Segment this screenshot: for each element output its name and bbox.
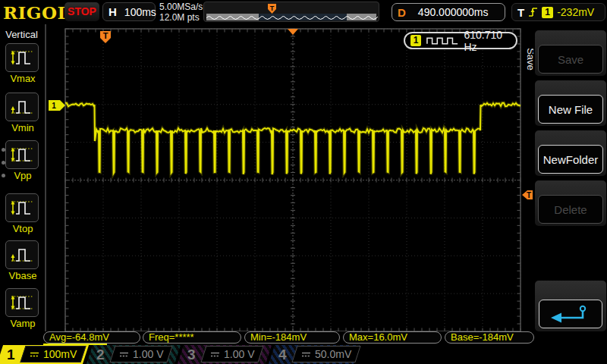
delete-button[interactable]: Delete xyxy=(538,195,603,224)
trigger-source-chip: 1 xyxy=(542,7,553,18)
channel-scale-box: 1.00 V xyxy=(200,346,264,362)
sample-rate: 5.00MSa/s xyxy=(159,2,203,12)
timebase-value: 100ms xyxy=(124,6,156,18)
softkey-container: New File xyxy=(535,80,606,126)
oscilloscope-screen: RIGOL STOP H 100ms 5.00MSa/s 12.0M pts T… xyxy=(0,0,607,364)
newfolder-button[interactable]: NewFolder xyxy=(538,145,603,174)
new-file-button[interactable]: New File xyxy=(538,95,603,124)
channel-status-bar: 1100mV21.00 V31.00 V450.0mV xyxy=(0,345,607,364)
measurement-bar: Avg=-64.8mVFreq=*****Min=-184mVMax=16.0m… xyxy=(0,331,607,345)
dc-coupling-icon xyxy=(119,351,129,358)
rigol-logo: RIGOL xyxy=(3,2,70,23)
top-status-bar: RIGOL STOP H 100ms 5.00MSa/s 12.0M pts T… xyxy=(0,0,607,24)
measurement-readout[interactable]: Freq=***** xyxy=(143,331,241,344)
vpp-icon xyxy=(5,140,39,169)
screen-center-marker xyxy=(288,29,298,35)
measurement-readout[interactable]: Base=-184mV xyxy=(445,331,534,344)
dc-coupling-icon xyxy=(301,351,311,358)
trigger-label: T xyxy=(517,6,524,19)
channel-number: 1 xyxy=(7,345,15,364)
frequency-value: 610.710 Hz xyxy=(464,29,516,53)
measurement-readout[interactable]: Min=-184mV xyxy=(244,331,340,344)
rising-edge-icon xyxy=(528,6,538,18)
dc-coupling-icon xyxy=(30,351,39,358)
preview-trigger-marker-icon: T xyxy=(268,4,276,14)
svg-text:1: 1 xyxy=(52,102,56,110)
acquisition-info: 5.00MSa/s 12.0M pts xyxy=(159,2,203,23)
svg-text:T: T xyxy=(270,5,275,12)
measure-item-vtop[interactable]: Vtop xyxy=(5,193,40,234)
measure-item-vpp[interactable]: Vpp xyxy=(5,140,40,181)
frequency-counter: 1 610.710 Hz xyxy=(404,32,517,49)
horizontal-label: H xyxy=(109,5,117,18)
return-arrow-icon xyxy=(546,303,595,325)
vmin-icon xyxy=(5,93,39,121)
measure-item-vbase[interactable]: Vbase xyxy=(5,240,40,281)
measure-item-vamp[interactable]: Vamp xyxy=(5,288,40,329)
svg-text:T: T xyxy=(527,191,531,199)
svg-text:T: T xyxy=(103,31,109,40)
memory-waveform-preview: T xyxy=(203,2,379,22)
save-menu: SaveNew FileNewFolderDelete xyxy=(533,24,607,344)
graticule-and-waveform: T1T xyxy=(43,24,533,337)
channel-number: 3 xyxy=(187,345,196,364)
freq-counter-channel-chip: 1 xyxy=(410,35,421,46)
measure-item-label: Vtop xyxy=(5,223,40,234)
measure-item-vmax[interactable]: Vmax xyxy=(5,43,40,84)
menu-page-dot xyxy=(2,174,5,177)
channel-3-badge[interactable]: 31.00 V xyxy=(181,345,269,364)
back-softkey-container xyxy=(535,281,606,331)
channel-4-badge[interactable]: 450.0mV xyxy=(272,345,357,364)
channel-scale: 100mV xyxy=(43,348,77,360)
dc-coupling-icon xyxy=(210,351,220,358)
trigger-level-value: -232mV xyxy=(557,6,594,18)
vbase-icon xyxy=(5,240,39,269)
softkey-container: NewFolder xyxy=(535,130,606,176)
channel-scale-box: 1.00 V xyxy=(109,346,173,362)
memory-depth: 12.0M pts xyxy=(159,12,203,23)
measurement-readout[interactable]: Max=16.0mV xyxy=(343,331,442,344)
horizontal-timebase-badge[interactable]: H 100ms xyxy=(102,2,156,21)
measure-item-label: Vpp xyxy=(5,170,40,181)
horizontal-delay-badge[interactable]: D 490.000000ms xyxy=(392,3,505,21)
softkey-container: Save xyxy=(535,30,606,76)
vertical-measure-menu: Vertical VmaxVminVppVtopVbaseVamp xyxy=(0,24,43,344)
vmax-icon xyxy=(5,43,39,72)
channel-2-badge[interactable]: 21.00 V xyxy=(90,345,178,364)
delay-value: 490.000000ms xyxy=(418,6,489,18)
left-menu-title: Vertical xyxy=(0,29,43,40)
channel-1-badge[interactable]: 1100mV xyxy=(0,345,86,364)
trigger-status-badge[interactable]: T 1 -232mV xyxy=(511,3,605,21)
delay-label: D xyxy=(398,6,406,19)
menu-page-dot xyxy=(2,148,5,152)
channel-scale-box: 50.0mV xyxy=(291,346,360,362)
measure-item-label: Vbase xyxy=(5,270,40,281)
run-stop-status[interactable]: STOP xyxy=(64,2,99,21)
menu-back-button[interactable] xyxy=(539,300,602,328)
channel-scale: 1.00 V xyxy=(133,348,163,360)
square-wave-icon xyxy=(426,36,459,46)
measure-item-label: Vmin xyxy=(5,122,40,133)
channel-number: 2 xyxy=(96,345,105,364)
measure-item-label: Vamp xyxy=(5,318,40,329)
vamp-icon xyxy=(5,288,39,317)
save-button[interactable]: Save xyxy=(538,45,603,74)
measure-item-vmin[interactable]: Vmin xyxy=(5,93,40,133)
channel-scale-box: 100mV xyxy=(20,346,86,362)
measure-item-label: Vmax xyxy=(5,73,40,84)
preview-waveform xyxy=(206,14,378,20)
channel-number: 4 xyxy=(278,345,287,364)
softkey-container: Delete xyxy=(535,180,606,226)
channel-scale: 50.0mV xyxy=(315,348,351,360)
vtop-icon xyxy=(5,193,39,222)
menu-page-dot xyxy=(2,161,5,165)
measurement-readout[interactable]: Avg=-64.8mV xyxy=(43,331,140,344)
channel-scale: 1.00 V xyxy=(224,348,254,360)
